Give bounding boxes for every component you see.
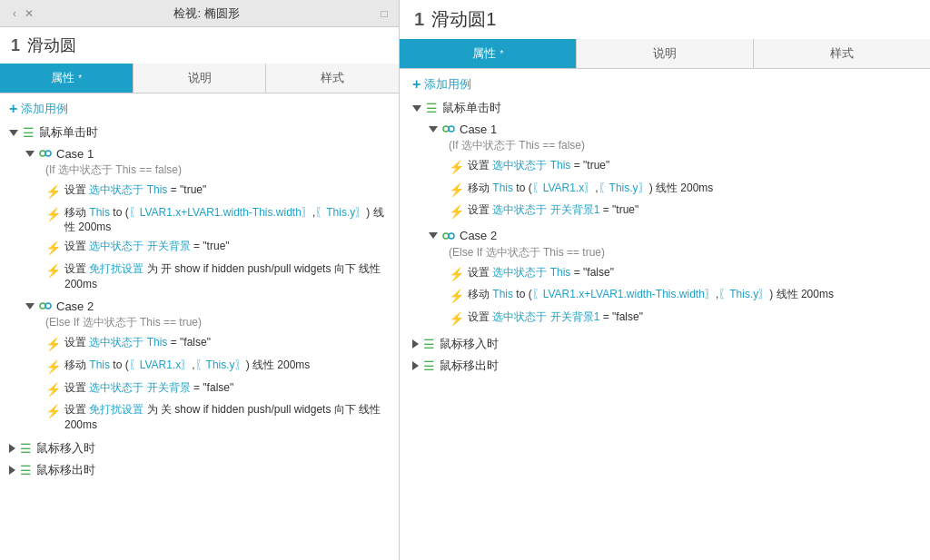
case2-icon-right — [441, 229, 456, 243]
right-event-mouseout-header[interactable]: ☰ 鼠标移出时 — [412, 358, 917, 374]
tab-description-left[interactable]: 说明 — [134, 64, 267, 93]
lightning-icon: ⚡ — [449, 266, 464, 284]
left-action-1-4: 设置 免打扰设置 为 开 show if hidden push/pull wi… — [64, 261, 390, 292]
add-icon-right: + — [412, 76, 420, 93]
left-action-row: ⚡ 移动 This to (〖LVAR1.x+LVAR1.width-This.… — [45, 203, 390, 238]
right-event-mousein-label: 鼠标移入时 — [440, 336, 499, 352]
left-case-1-header[interactable]: Case 1 — [25, 144, 390, 162]
right-action-row: ⚡ 设置 选中状态于 开关背景1 = "false" — [449, 308, 917, 330]
right-action-row: ⚡ 移动 This to (〖LVAR1.x〗,〖This.y〗) 线性 200… — [449, 179, 917, 201]
tab-attributes-right[interactable]: 属性 * — [400, 39, 577, 68]
left-event-mouseout: ☰ 鼠标移出时 — [9, 462, 390, 478]
left-action-2-2: 移动 This to (〖LVAR1.x〗,〖This.y〗) 线性 200ms — [64, 358, 390, 373]
left-panel: ‹ ✕ 检视: 椭圆形 □ 1 滑动圆 属性 * 说明 样式 + 添加用例 ☰ — [0, 0, 400, 560]
left-event-mousein-header[interactable]: ☰ 鼠标移入时 — [9, 440, 390, 457]
add-case-label-right: 添加用例 — [424, 76, 471, 93]
left-heading: 1 滑动圆 — [0, 27, 399, 64]
cursor-icon-mouseout-right: ☰ — [423, 359, 435, 373]
cursor-icon-mouseout-left: ☰ — [20, 463, 32, 477]
svg-point-4 — [443, 126, 449, 132]
tab-description-right[interactable]: 说明 — [577, 39, 754, 68]
cursor-icon-click-right: ☰ — [426, 101, 438, 115]
lightning-icon: ⚡ — [45, 206, 61, 224]
left-action-row: ⚡ 设置 免打扰设置 为 关 show if hidden push/pull … — [45, 400, 390, 435]
expand-case2-right — [429, 232, 438, 239]
left-event-click-label: 鼠标单击时 — [39, 124, 98, 141]
left-event-click-header[interactable]: ☰ 鼠标单击时 — [9, 124, 390, 141]
left-event-mouseout-header[interactable]: ☰ 鼠标移出时 — [9, 462, 390, 478]
left-case-2-label: Case 2 — [56, 300, 94, 313]
tab-attributes-left[interactable]: 属性 * — [0, 64, 134, 93]
cursor-icon-click-left: ☰ — [23, 125, 35, 140]
left-action-1-2: 移动 This to (〖LVAR1.x+LVAR1.width-This.wi… — [64, 205, 390, 236]
right-action-1-2: 移动 This to (〖LVAR1.x〗,〖This.y〗) 线性 200ms — [468, 181, 917, 196]
case1-icon-right — [441, 122, 456, 136]
left-case-2: Case 2 (Else If 选中状态于 This == true) ⚡ 设置… — [25, 297, 390, 434]
svg-point-7 — [449, 233, 454, 239]
left-case-2-condition: (Else If 选中状态于 This == true) — [45, 315, 390, 330]
left-action-1-1: 设置 选中状态于 This = "true" — [64, 182, 390, 198]
svg-point-0 — [40, 151, 45, 156]
collapse-icon-mousein-left — [9, 444, 15, 453]
right-case-1: Case 1 (If 选中状态于 This == false) ⚡ 设置 选中状… — [429, 120, 917, 223]
left-case-1: Case 1 (If 选中状态于 This == false) ⚡ 设置 选中状… — [25, 144, 390, 293]
right-case-1-header[interactable]: Case 1 — [429, 120, 917, 138]
svg-point-3 — [45, 303, 51, 309]
right-case-1-label: Case 1 — [460, 123, 497, 136]
right-action-row: ⚡ 移动 This to (〖LVAR1.x+LVAR1.width-This.… — [449, 285, 917, 308]
left-add-case[interactable]: + 添加用例 — [9, 101, 390, 117]
lightning-icon: ⚡ — [45, 381, 61, 399]
right-event-click: ☰ 鼠标单击时 Case 1 (If 选中状态于 This == false) — [412, 100, 917, 330]
expand-case2-left — [25, 303, 35, 309]
lightning-icon: ⚡ — [45, 359, 61, 377]
left-action-row: ⚡ 设置 选中状态于 This = "true" — [45, 181, 390, 203]
svg-point-2 — [40, 303, 45, 309]
right-action-1-3: 设置 选中状态于 开关背景1 = "true" — [468, 202, 917, 218]
right-case-2-header[interactable]: Case 2 — [429, 227, 917, 245]
right-event-mouseout-label: 鼠标移出时 — [440, 358, 499, 374]
save-icon[interactable]: □ — [377, 6, 391, 21]
right-case-2: Case 2 (Else If 选中状态于 This == true) ⚡ 设置… — [429, 227, 917, 330]
case2-icon-left — [38, 299, 53, 313]
left-action-row: ⚡ 移动 This to (〖LVAR1.x〗,〖This.y〗) 线性 200… — [45, 356, 390, 378]
back-button[interactable]: ‹ — [7, 6, 22, 21]
left-action-row: ⚡ 设置 选中状态于 开关背景 = "true" — [45, 237, 390, 260]
left-case-2-header[interactable]: Case 2 — [25, 297, 390, 315]
lightning-icon: ⚡ — [45, 183, 61, 201]
left-heading-num: 1 — [11, 36, 20, 55]
left-heading-title: 滑动圆 — [27, 34, 76, 56]
right-case-2-actions: ⚡ 设置 选中状态于 This = "false" ⚡ 移动 This to (… — [449, 263, 917, 330]
lightning-icon: ⚡ — [449, 203, 464, 221]
right-add-case[interactable]: + 添加用例 — [412, 76, 917, 93]
add-case-label-left: 添加用例 — [21, 101, 68, 117]
left-action-2-4: 设置 免打扰设置 为 关 show if hidden push/pull wi… — [64, 402, 390, 433]
right-event-click-label: 鼠标单击时 — [442, 100, 501, 116]
cursor-icon-mousein-right: ☰ — [423, 337, 435, 351]
left-action-row: ⚡ 设置 选中状态于 开关背景 = "false" — [45, 378, 390, 401]
right-content-area[interactable]: + 添加用例 ☰ 鼠标单击时 C — [400, 69, 930, 560]
right-action-row: ⚡ 设置 选中状态于 开关背景1 = "true" — [449, 201, 917, 223]
case1-icon-left — [38, 146, 53, 161]
svg-point-1 — [45, 151, 51, 156]
svg-point-6 — [443, 233, 449, 239]
left-event-mouseout-label: 鼠标移出时 — [36, 462, 95, 478]
add-icon-left: + — [9, 101, 17, 117]
right-event-mousein: ☰ 鼠标移入时 — [412, 336, 917, 352]
right-action-row: ⚡ 设置 选中状态于 This = "true" — [449, 156, 917, 179]
left-event-click: ☰ 鼠标单击时 Case 1 (If 选中状态于 This == false) — [9, 124, 390, 435]
lightning-icon: ⚡ — [449, 310, 464, 329]
left-title: 检视: 椭圆形 — [36, 5, 377, 22]
right-event-click-header[interactable]: ☰ 鼠标单击时 — [412, 100, 917, 116]
close-button[interactable]: ✕ — [22, 6, 36, 21]
tab-style-left[interactable]: 样式 — [266, 64, 399, 93]
left-event-mousein: ☰ 鼠标移入时 — [9, 440, 390, 457]
tab-style-right[interactable]: 样式 — [754, 39, 930, 68]
right-action-row: ⚡ 设置 选中状态于 This = "false" — [449, 263, 917, 286]
right-case-2-condition: (Else If 选中状态于 This == true) — [449, 245, 917, 260]
right-heading: 1 滑动圆1 — [400, 0, 930, 39]
right-case-1-condition: (If 选中状态于 This == false) — [449, 138, 917, 153]
right-action-2-1: 设置 选中状态于 This = "false" — [468, 265, 917, 280]
right-case-1-actions: ⚡ 设置 选中状态于 This = "true" ⚡ 移动 This to (〖… — [449, 156, 917, 223]
left-content-area[interactable]: + 添加用例 ☰ 鼠标单击时 C — [0, 93, 399, 560]
right-event-mousein-header[interactable]: ☰ 鼠标移入时 — [412, 336, 917, 352]
